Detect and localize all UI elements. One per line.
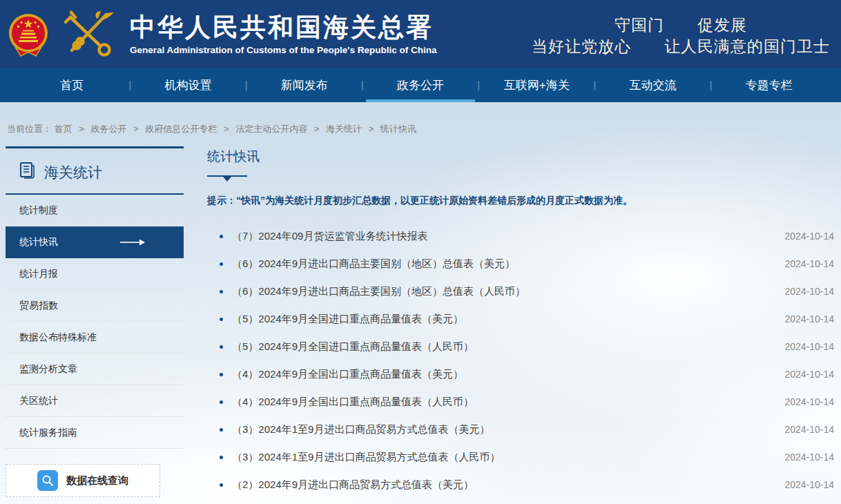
list-item-date: 2024-10-14 [784, 479, 834, 490]
bullet-icon [220, 483, 223, 487]
list-item-date: 2024-10-14 [784, 313, 834, 324]
nav-item-organization[interactable]: 机构设置 [131, 68, 245, 102]
slogan-line1: 守国门 促发展 [532, 14, 830, 36]
document-icon [19, 162, 35, 183]
main-panel: 统计快讯 提示：“快讯”为海关统计月度初步汇总数据，以更正统计原始资料差错后形成… [207, 146, 834, 498]
list-item: （3）2024年1至9月进出口商品贸易方式总值表（人民币） 2024-10-14 [207, 443, 834, 471]
sidebar-title: 海关统计 [44, 163, 102, 182]
list-item-date: 2024-10-14 [784, 396, 834, 407]
list-item: （2）2024年9月进出口商品贸易方式总值表（美元） 2024-10-14 [207, 471, 834, 498]
sidebar-item-analysis-articles[interactable]: 监测分析文章 [6, 353, 184, 385]
sidebar-item-service-guide[interactable]: 统计服务指南 [6, 417, 184, 449]
list-item: （4）2024年9月全国出口重点商品量值表（人民币） 2024-10-14 [207, 388, 834, 416]
list-item-link[interactable]: （5）2024年9月全国进口重点商品量值表（美元） [232, 313, 771, 326]
site-title: 中华人民共和国海关总署 [130, 14, 437, 41]
list-item-link[interactable]: （6）2024年9月进出口商品主要国别（地区）总值表（美元） [232, 258, 771, 271]
search-icon [37, 470, 58, 491]
header-slogan: 守国门 促发展 当好让党放心 让人民满意的国门卫士 [532, 12, 830, 57]
title-underline [207, 175, 247, 177]
slogan-line2: 当好让党放心 让人民满意的国门卫士 [532, 36, 830, 57]
breadcrumb-separator: > [133, 124, 139, 134]
sidebar-item-trade-index[interactable]: 贸易指数 [6, 290, 184, 322]
main-nav: 首页 | 机构设置 | 新闻发布 | 政务公开 | 互联网+海关 | 互动交流 … [0, 68, 841, 102]
list-item: （4）2024年9月全国出口重点商品量值表（美元） 2024-10-14 [207, 360, 834, 388]
list-item-link[interactable]: （2）2024年9月进出口商品贸易方式总值表（美元） [232, 478, 771, 492]
list-item-link[interactable]: （7）2024年09月货运监管业务统计快报表 [232, 230, 771, 243]
sidebar-item-statistics-express[interactable]: 统计快讯 [6, 226, 184, 258]
breadcrumb-prefix: 当前位置： [7, 124, 52, 134]
list-item-date: 2024-10-14 [784, 231, 834, 242]
nav-item-gov-affairs[interactable]: 政务公开 [364, 68, 478, 102]
content-area: 海关统计 统计制度 统计快讯 统计月报 [0, 146, 841, 498]
sidebar-item-district-statistics[interactable]: 关区统计 [6, 385, 184, 417]
breadcrumb-separator: > [314, 124, 320, 134]
customs-emblem-icon [59, 10, 117, 59]
list-item-link[interactable]: （3）2024年1至9月进出口商品贸易方式总值表（美元） [232, 423, 771, 436]
breadcrumb-separator: > [79, 124, 84, 134]
list-item-link[interactable]: （3）2024年1至9月进出口商品贸易方式总值表（人民币） [232, 451, 771, 464]
breadcrumb-link-gov-affairs[interactable]: 政务公开 [90, 124, 126, 134]
sidebar-item-monthly-report[interactable]: 统计月报 [6, 258, 184, 290]
nav-item-special-topics[interactable]: 专题专栏 [712, 68, 826, 102]
bullet-icon [220, 235, 223, 238]
bullet-icon [220, 345, 223, 349]
list-item: （5）2024年9月全国进口重点商品量值表（人民币） 2024-10-14 [207, 333, 834, 360]
list-item-date: 2024-10-14 [784, 286, 834, 297]
breadcrumb-current: 统计快讯 [380, 124, 416, 134]
list-item: （6）2024年9月进出口商品主要国别（地区）总值表（人民币） 2024-10-… [207, 278, 834, 305]
nav-item-internet-customs[interactable]: 互联网+海关 [480, 68, 594, 102]
news-list: （7）2024年09月货运监管业务统计快报表 2024-10-14 （6）202… [207, 222, 834, 498]
list-item-date: 2024-10-14 [784, 452, 834, 463]
site-title-block: 中华人民共和国海关总署 General Administration of Cu… [130, 14, 437, 55]
site-logo[interactable]: 中华人民共和国海关总署 General Administration of Cu… [6, 10, 437, 59]
nav-item-news[interactable]: 新闻发布 [247, 68, 361, 102]
bullet-icon [220, 456, 223, 459]
site-header: 中华人民共和国海关总署 General Administration of Cu… [0, 0, 841, 68]
page-title: 统计快讯 [207, 146, 834, 166]
list-item-link[interactable]: （4）2024年9月全国出口重点商品量值表（美元） [232, 368, 771, 381]
national-emblem-icon [7, 12, 50, 57]
breadcrumb-link-info-disclosure[interactable]: 政府信息公开专栏 [145, 124, 217, 134]
site-subtitle: General Administration of Customs of the… [130, 45, 437, 55]
bullet-icon [220, 400, 223, 404]
list-item: （7）2024年09月货运监管业务统计快报表 2024-10-14 [207, 222, 834, 250]
bullet-icon [220, 373, 223, 376]
nav-item-home[interactable]: 首页 [15, 68, 129, 102]
breadcrumb: 当前位置： 首页 > 政务公开 > 政府信息公开专栏 > 法定主动公开内容 > … [0, 102, 841, 135]
bullet-icon [220, 290, 223, 293]
triangle-down-icon [223, 177, 231, 182]
nav-item-interaction[interactable]: 互动交流 [596, 68, 710, 102]
sidebar-menu: 统计制度 统计快讯 统计月报 贸易指数 [6, 195, 184, 449]
list-item-date: 2024-10-14 [784, 341, 834, 352]
list-item-date: 2024-10-14 [784, 369, 834, 380]
breadcrumb-link-statutory-content[interactable]: 法定主动公开内容 [235, 124, 307, 134]
breadcrumb-link-customs-statistics[interactable]: 海关统计 [326, 124, 362, 134]
list-item-link[interactable]: （4）2024年9月全国出口重点商品量值表（人民币） [232, 396, 771, 409]
list-item: （6）2024年9月进出口商品主要国别（地区）总值表（美元） 2024-10-1… [207, 250, 834, 278]
list-item-link[interactable]: （5）2024年9月全国进口重点商品量值表（人民币） [232, 340, 771, 353]
sidebar-header: 海关统计 [6, 148, 184, 195]
sidebar: 海关统计 统计制度 统计快讯 统计月报 [6, 146, 184, 497]
list-item-date: 2024-10-14 [784, 424, 834, 435]
arrow-right-icon [120, 237, 145, 248]
data-online-query-button[interactable]: 数据在线查询 [6, 464, 160, 497]
list-item: （5）2024年9月全国进口重点商品量值表（美元） 2024-10-14 [207, 305, 834, 333]
sidebar-item-special-standards[interactable]: 数据公布特殊标准 [6, 322, 184, 353]
sidebar-item-statistics-system[interactable]: 统计制度 [6, 195, 184, 226]
bullet-icon [220, 428, 223, 432]
list-item: （3）2024年1至9月进出口商品贸易方式总值表（美元） 2024-10-14 [207, 416, 834, 443]
list-item-link[interactable]: （6）2024年9月进出口商品主要国别（地区）总值表（人民币） [232, 285, 771, 298]
tip-text: 提示：“快讯”为海关统计月度初步汇总数据，以更正统计原始资料差错后形成的月度正式… [207, 195, 834, 207]
list-item-date: 2024-10-14 [784, 258, 834, 269]
breadcrumb-separator: > [224, 124, 229, 134]
page-root: 中华人民共和国海关总署 General Administration of Cu… [0, 0, 841, 504]
bullet-icon [220, 318, 223, 321]
breadcrumb-separator: > [369, 124, 374, 134]
bullet-icon [220, 262, 223, 266]
breadcrumb-link-home[interactable]: 首页 [55, 124, 72, 134]
